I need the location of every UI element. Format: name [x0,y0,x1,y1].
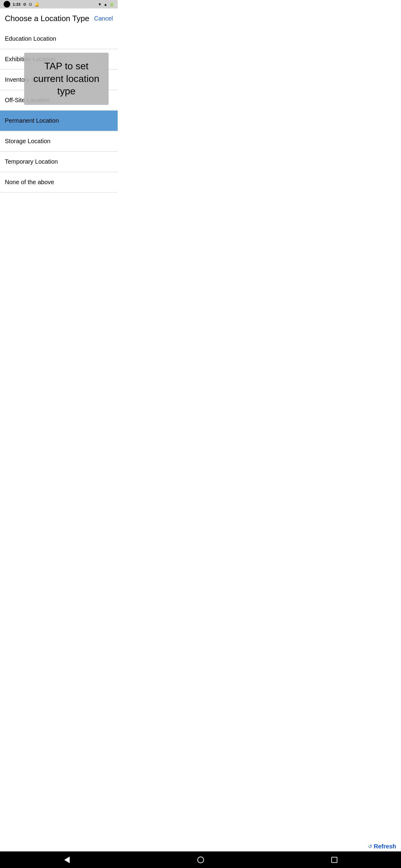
cancel-button[interactable]: Cancel [94,15,113,22]
list-item-temporary[interactable]: Temporary Location [0,152,118,172]
status-circle-icon [4,1,10,7]
status-bar: 1:33 ⚙ G 🔔 ▼ ▲ 🔋 [0,0,118,8]
header: Choose a Location Type Cancel [0,8,118,29]
google-icon: G [29,2,32,7]
status-icons-right: ▼ ▲ 🔋 [98,2,114,7]
status-time: 1:33 [13,2,21,7]
list-item-storage[interactable]: Storage Location [0,131,118,152]
list-item-permanent[interactable]: Permanent Location [0,111,118,131]
battery-icon: 🔋 [109,2,114,7]
list-item-none[interactable]: None of the above [0,172,118,193]
signal-icon: ▲ [104,2,107,7]
tap-tooltip: TAP to set current location type [24,53,109,105]
status-left: 1:33 ⚙ G 🔔 [4,1,39,7]
notification-icon: 🔔 [34,2,39,7]
empty-area [0,193,118,373]
tooltip-text: TAP to set current location type [33,61,99,96]
list-item-education[interactable]: Education Location [0,29,118,49]
page-title: Choose a Location Type [5,14,89,23]
wifi-icon: ▼ [98,2,102,7]
settings-icon: ⚙ [23,2,27,7]
